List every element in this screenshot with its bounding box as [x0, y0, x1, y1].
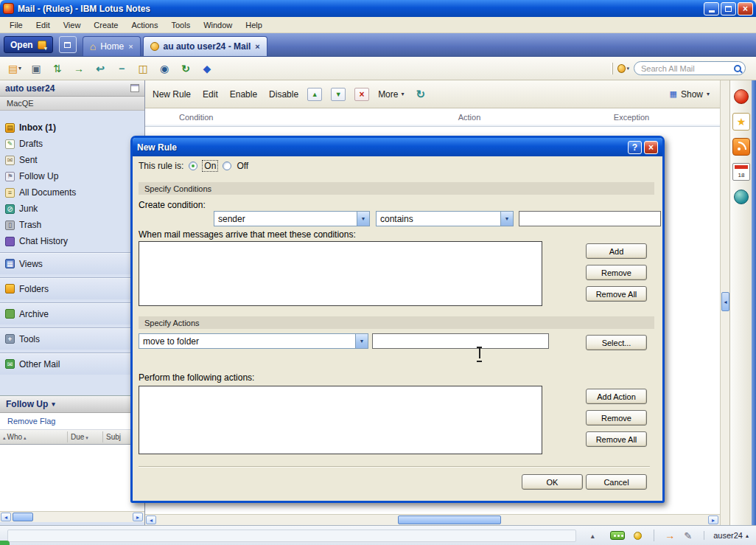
main-hscrollbar[interactable] — [145, 514, 720, 525]
network-status-icon[interactable] — [610, 531, 625, 540]
open-button[interactable]: Open — [4, 36, 53, 53]
action-select[interactable]: move to folder — [139, 333, 368, 349]
scroll-left-icon[interactable] — [1, 513, 11, 521]
add-action-button[interactable]: Add Action — [586, 389, 647, 404]
scroll-right-icon[interactable] — [708, 516, 718, 524]
panel-menu-icon[interactable] — [130, 84, 139, 92]
tab-close-icon[interactable] — [128, 42, 133, 51]
remove-flag-button[interactable]: Remove Flag — [0, 413, 144, 430]
radio-on[interactable] — [189, 162, 197, 170]
main-vscrollbar[interactable] — [720, 80, 729, 525]
sidebar-item[interactable]: Sent — [0, 152, 144, 168]
close-button[interactable] — [738, 2, 753, 15]
action-button[interactable]: Disable — [269, 89, 298, 100]
sidebar-item[interactable]: Views — [0, 252, 144, 274]
scroll-left-icon[interactable] — [146, 516, 156, 524]
reply-icon[interactable] — [91, 60, 109, 76]
sidebar-item[interactable]: All Documents — [0, 184, 144, 201]
search-input[interactable] — [641, 64, 732, 73]
remove-button[interactable]: Remove — [586, 265, 647, 280]
refresh-view-icon[interactable] — [416, 88, 425, 101]
restore-button[interactable] — [721, 2, 736, 15]
dropdown-arrow-icon[interactable] — [355, 334, 368, 348]
compass-icon[interactable] — [732, 188, 750, 206]
actions-listbox[interactable] — [139, 386, 542, 454]
condition-operator-select[interactable]: contains — [376, 211, 514, 226]
dropdown-arrow-icon[interactable] — [357, 212, 369, 226]
window-mode-button[interactable] — [59, 36, 77, 53]
column-header[interactable]: Who — [0, 431, 68, 442]
sidebar-item[interactable]: Follow Up — [0, 168, 144, 184]
action-button[interactable]: Enable — [230, 89, 257, 100]
dialog-titlebar[interactable]: New Rule — [133, 138, 662, 156]
action-button[interactable]: Edit — [203, 89, 218, 100]
sidebar-item[interactable]: Drafts — [0, 136, 144, 152]
delete-rule-icon[interactable] — [354, 88, 369, 101]
condition-field-select[interactable]: sender — [214, 211, 370, 226]
remove-action-button[interactable]: Remove — [586, 410, 647, 426]
menu-item[interactable]: Help — [239, 18, 269, 32]
move-down-icon[interactable] — [331, 88, 346, 101]
cancel-button[interactable]: Cancel — [586, 474, 647, 490]
copy-icon[interactable] — [134, 60, 152, 76]
sidebar-item[interactable]: Tools — [0, 327, 144, 350]
sidebar-item[interactable]: Archive — [0, 302, 144, 324]
scroll-right-icon[interactable] — [133, 513, 143, 521]
refresh-icon[interactable] — [177, 60, 195, 76]
sidebar-item[interactable]: Other Mail — [0, 353, 144, 375]
action-button[interactable]: New Rule — [153, 89, 191, 100]
tab[interactable]: au auto user24 - Mail — [143, 36, 267, 56]
menu-item[interactable]: Tools — [164, 18, 197, 32]
more-button[interactable]: More — [378, 89, 404, 100]
new-document-icon[interactable] — [6, 60, 24, 76]
tab-close-icon[interactable] — [255, 42, 259, 51]
print-icon[interactable] — [27, 60, 45, 76]
dropdown-arrow-icon[interactable] — [500, 212, 513, 226]
menu-item[interactable]: Window — [197, 18, 239, 32]
sidebar-item[interactable]: Folders — [0, 277, 144, 299]
orange-arrow-icon[interactable] — [654, 530, 675, 541]
search-scope-icon[interactable] — [617, 63, 629, 74]
dialog-close-button[interactable] — [644, 141, 658, 154]
send-receive-icon[interactable] — [49, 60, 66, 76]
location-button[interactable]: auser24 — [704, 531, 749, 540]
add-button[interactable]: Add — [586, 243, 647, 259]
menu-item[interactable]: View — [57, 18, 88, 32]
move-up-icon[interactable] — [307, 88, 322, 101]
find-icon[interactable] — [155, 60, 173, 76]
column-header[interactable]: Condition — [145, 113, 396, 122]
action-value-input[interactable] — [372, 333, 549, 349]
menu-item[interactable]: Actions — [125, 18, 164, 32]
sidebar-item[interactable]: Chat History — [0, 233, 144, 249]
sidebar-header[interactable]: auto user24 — [0, 80, 144, 97]
condition-value-input[interactable] — [519, 211, 661, 226]
sidebar-hscrollbar[interactable] — [0, 511, 144, 522]
sidebar-item[interactable]: Trash — [0, 217, 144, 233]
ok-button[interactable]: OK — [522, 474, 583, 490]
scrollbar-thumb[interactable] — [398, 516, 501, 524]
presence-status-icon[interactable] — [634, 532, 642, 540]
menu-item[interactable]: Edit — [29, 18, 57, 32]
pen-icon[interactable] — [684, 530, 692, 541]
column-header[interactable]: Action — [396, 113, 543, 122]
panel-expand-icon[interactable] — [587, 532, 598, 540]
column-header[interactable]: Due — [68, 431, 103, 442]
feeds-icon[interactable] — [732, 138, 750, 156]
scrollbar-thumb[interactable] — [13, 513, 33, 521]
sidebar-item[interactable]: Junk — [0, 201, 144, 217]
shelf-expander-icon[interactable] — [721, 292, 729, 311]
help-button[interactable] — [628, 141, 642, 154]
column-header[interactable]: Exception — [543, 113, 720, 122]
remove-all-actions-button[interactable]: Remove All — [586, 431, 647, 447]
remove-icon[interactable] — [113, 60, 130, 76]
radio-on-label[interactable]: On — [203, 161, 217, 171]
conditions-listbox[interactable] — [139, 241, 542, 306]
window-titlebar[interactable]: Mail - (Rules) - IBM Lotus Notes — [0, 0, 756, 17]
menu-item[interactable]: Create — [87, 18, 125, 32]
show-button[interactable]: Show — [670, 89, 713, 100]
remove-all-button[interactable]: Remove All — [586, 286, 647, 302]
select-button[interactable]: Select... — [586, 335, 647, 350]
sidebar-item[interactable]: Inbox (1) — [0, 119, 144, 136]
minimize-button[interactable] — [704, 2, 719, 15]
followup-list[interactable] — [0, 445, 144, 511]
